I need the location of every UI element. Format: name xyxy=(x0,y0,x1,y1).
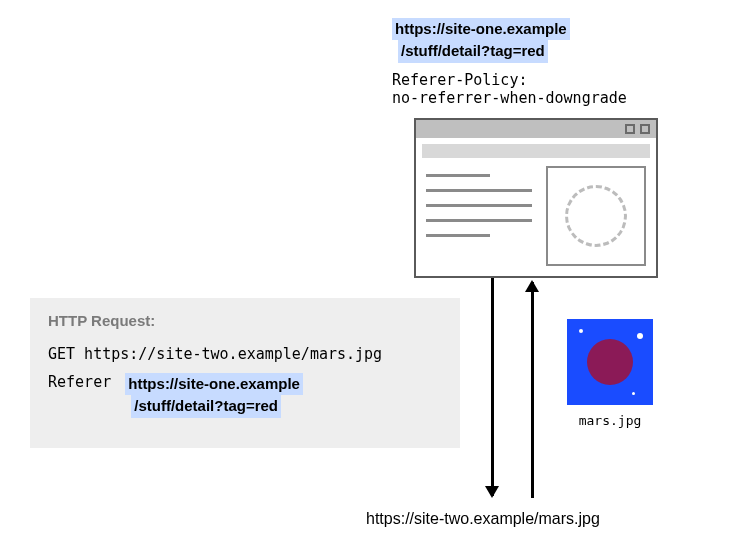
window-control-icon xyxy=(625,124,635,134)
page-url-line1: https://site-one.example xyxy=(392,18,570,40)
policy-value: no-referrer-when-downgrade xyxy=(392,89,627,107)
text-lines-placeholder xyxy=(426,166,532,266)
page-url-line2: /stuff/detail?tag=red xyxy=(398,40,548,62)
browser-urlbar xyxy=(422,144,650,158)
browser-content xyxy=(426,166,646,266)
response-image: mars.jpg xyxy=(565,319,655,428)
http-get-line: GET https://site-two.example/mars.jpg xyxy=(48,345,442,363)
request-arrow-down-icon xyxy=(491,278,494,496)
referer-url-line1: https://site-one.example xyxy=(125,373,303,395)
http-request-box: HTTP Request: GET https://site-two.examp… xyxy=(30,298,460,448)
http-request-title: HTTP Request: xyxy=(48,312,442,329)
response-arrow-up-icon xyxy=(531,282,534,498)
browser-titlebar xyxy=(416,120,656,138)
referer-label: Referer xyxy=(48,373,111,391)
policy-label: Referer-Policy: xyxy=(392,71,527,89)
image-placeholder xyxy=(546,166,646,266)
window-control-icon xyxy=(640,124,650,134)
browser-window xyxy=(414,118,658,278)
loading-circle-icon xyxy=(565,185,627,247)
window-controls xyxy=(625,124,650,134)
page-url-and-policy: https://site-one.example /stuff/detail?t… xyxy=(392,18,692,107)
response-filename: mars.jpg xyxy=(565,413,655,428)
resource-url: https://site-two.example/mars.jpg xyxy=(366,510,600,528)
mars-image-icon xyxy=(567,319,653,405)
referrer-policy: Referer-Policy: no-referrer-when-downgra… xyxy=(392,71,692,107)
referer-url-line2: /stuff/detail?tag=red xyxy=(131,395,281,417)
